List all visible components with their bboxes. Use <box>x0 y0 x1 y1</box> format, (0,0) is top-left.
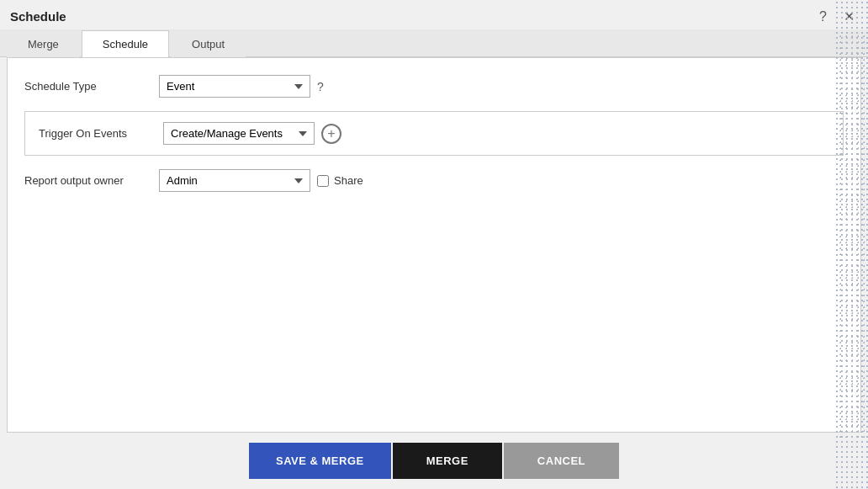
trigger-label: Trigger On Events <box>39 127 156 140</box>
help-button[interactable]: ? <box>816 8 830 26</box>
report-owner-controls: Admin User1 User2 Share <box>159 169 363 192</box>
content-area: Schedule Type Event Daily Weekly Monthly… <box>7 57 861 433</box>
merge-button[interactable]: MERGE <box>393 443 502 479</box>
share-checkbox-row: Share <box>317 174 363 187</box>
tabs-bar: Merge Schedule Output <box>0 29 868 57</box>
schedule-dialog: Schedule ? ✕ Merge Schedule Output Sched… <box>0 0 868 489</box>
header-icons: ? ✕ <box>816 7 858 26</box>
tab-output[interactable]: Output <box>171 30 246 57</box>
tab-merge[interactable]: Merge <box>7 30 80 57</box>
schedule-type-help-icon[interactable]: ? <box>317 80 324 93</box>
schedule-type-select[interactable]: Event Daily Weekly Monthly <box>159 75 310 98</box>
report-owner-label: Report output owner <box>24 174 159 187</box>
cancel-button[interactable]: CANCEL <box>504 443 619 479</box>
report-owner-select[interactable]: Admin User1 User2 <box>159 169 310 192</box>
trigger-controls: Create/Manage Events Other Event + <box>163 122 341 145</box>
report-owner-row: Report output owner Admin User1 User2 Sh… <box>24 169 844 192</box>
schedule-type-row: Schedule Type Event Daily Weekly Monthly… <box>24 75 844 98</box>
dialog-header: Schedule ? ✕ <box>0 0 868 29</box>
footer: SAVE & MERGE MERGE CANCEL <box>0 433 868 489</box>
trigger-box: Trigger On Events Create/Manage Events O… <box>24 111 844 156</box>
trigger-select[interactable]: Create/Manage Events Other Event <box>163 122 315 145</box>
tab-schedule[interactable]: Schedule <box>82 30 169 57</box>
save-merge-button[interactable]: SAVE & MERGE <box>249 443 391 479</box>
add-icon: + <box>327 127 335 141</box>
share-checkbox[interactable] <box>317 175 329 187</box>
share-label[interactable]: Share <box>334 174 363 187</box>
schedule-type-controls: Event Daily Weekly Monthly ? <box>159 75 324 98</box>
close-button[interactable]: ✕ <box>840 7 858 26</box>
add-trigger-button[interactable]: + <box>321 124 341 144</box>
dialog-title: Schedule <box>10 9 66 24</box>
schedule-type-label: Schedule Type <box>24 80 159 93</box>
